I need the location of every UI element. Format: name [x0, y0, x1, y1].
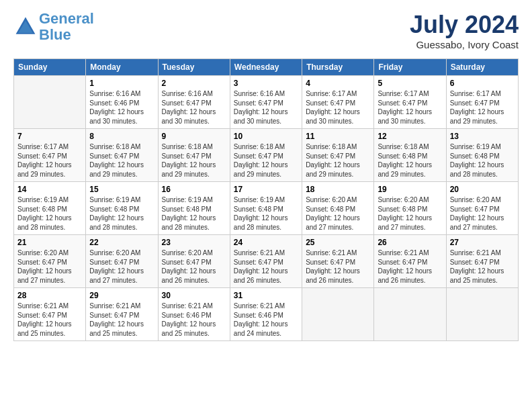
calendar-cell: 4Sunrise: 6:17 AM Sunset: 6:47 PM Daylig…	[302, 76, 374, 129]
day-info: Sunrise: 6:20 AM Sunset: 6:48 PM Dayligh…	[306, 195, 370, 232]
day-info: Sunrise: 6:21 AM Sunset: 6:47 PM Dayligh…	[17, 302, 82, 338]
calendar-cell: 23Sunrise: 6:20 AM Sunset: 6:47 PM Dayli…	[158, 235, 230, 288]
calendar-week-5: 28Sunrise: 6:21 AM Sunset: 6:47 PM Dayli…	[14, 288, 519, 341]
calendar-cell: 28Sunrise: 6:21 AM Sunset: 6:47 PM Dayli…	[14, 288, 86, 341]
day-info: Sunrise: 6:18 AM Sunset: 6:48 PM Dayligh…	[378, 142, 442, 179]
page-container: General Blue July 2024 Guessabo, Ivory C…	[0, 0, 532, 348]
calendar-cell: 15Sunrise: 6:19 AM Sunset: 6:48 PM Dayli…	[86, 182, 158, 235]
weekday-header-thursday: Thursday	[302, 59, 374, 76]
day-number: 25	[306, 238, 370, 247]
day-info: Sunrise: 6:19 AM Sunset: 6:48 PM Dayligh…	[162, 195, 226, 232]
day-number: 4	[306, 79, 370, 88]
calendar-cell: 25Sunrise: 6:21 AM Sunset: 6:47 PM Dayli…	[302, 235, 374, 288]
logo-icon	[13, 15, 38, 39]
day-number: 16	[162, 185, 226, 194]
day-number: 22	[89, 238, 154, 247]
day-info: Sunrise: 6:20 AM Sunset: 6:47 PM Dayligh…	[89, 248, 154, 285]
calendar-cell: 8Sunrise: 6:18 AM Sunset: 6:47 PM Daylig…	[86, 129, 158, 182]
day-number: 9	[162, 132, 226, 141]
day-info: Sunrise: 6:18 AM Sunset: 6:47 PM Dayligh…	[89, 142, 154, 179]
day-info: Sunrise: 6:17 AM Sunset: 6:47 PM Dayligh…	[17, 142, 82, 179]
day-number: 10	[234, 132, 298, 141]
logo-text: General Blue	[39, 11, 94, 43]
calendar-cell: 1Sunrise: 6:16 AM Sunset: 6:46 PM Daylig…	[86, 76, 158, 129]
day-number: 2	[162, 79, 226, 88]
day-number: 19	[378, 185, 442, 194]
logo-line2: Blue	[39, 26, 71, 43]
day-number: 29	[89, 291, 154, 300]
calendar-cell	[446, 288, 518, 341]
weekday-header-tuesday: Tuesday	[158, 59, 230, 76]
calendar-cell: 2Sunrise: 6:16 AM Sunset: 6:47 PM Daylig…	[158, 76, 230, 129]
day-info: Sunrise: 6:17 AM Sunset: 6:47 PM Dayligh…	[378, 89, 442, 126]
calendar-week-2: 7Sunrise: 6:17 AM Sunset: 6:47 PM Daylig…	[14, 129, 519, 182]
calendar-cell: 29Sunrise: 6:21 AM Sunset: 6:47 PM Dayli…	[86, 288, 158, 341]
calendar-cell: 6Sunrise: 6:17 AM Sunset: 6:47 PM Daylig…	[446, 76, 518, 129]
calendar-cell: 12Sunrise: 6:18 AM Sunset: 6:48 PM Dayli…	[374, 129, 446, 182]
weekday-header-sunday: Sunday	[14, 59, 86, 76]
weekday-header-monday: Monday	[86, 59, 158, 76]
day-number: 26	[378, 238, 442, 247]
day-number: 15	[89, 185, 154, 194]
day-info: Sunrise: 6:18 AM Sunset: 6:47 PM Dayligh…	[306, 142, 370, 179]
calendar-cell: 27Sunrise: 6:21 AM Sunset: 6:47 PM Dayli…	[446, 235, 518, 288]
calendar-cell: 24Sunrise: 6:21 AM Sunset: 6:47 PM Dayli…	[230, 235, 302, 288]
day-number: 8	[89, 132, 154, 141]
calendar-cell: 10Sunrise: 6:18 AM Sunset: 6:47 PM Dayli…	[230, 129, 302, 182]
day-info: Sunrise: 6:17 AM Sunset: 6:47 PM Dayligh…	[450, 89, 515, 126]
day-number: 11	[306, 132, 370, 141]
calendar-cell: 22Sunrise: 6:20 AM Sunset: 6:47 PM Dayli…	[86, 235, 158, 288]
day-info: Sunrise: 6:17 AM Sunset: 6:47 PM Dayligh…	[306, 89, 370, 126]
day-number: 14	[17, 185, 82, 194]
day-number: 3	[234, 79, 298, 88]
calendar-cell: 7Sunrise: 6:17 AM Sunset: 6:47 PM Daylig…	[14, 129, 86, 182]
title-block: July 2024 Guessabo, Ivory Coast	[410, 11, 519, 50]
day-info: Sunrise: 6:19 AM Sunset: 6:48 PM Dayligh…	[89, 195, 154, 232]
calendar-cell: 5Sunrise: 6:17 AM Sunset: 6:47 PM Daylig…	[374, 76, 446, 129]
calendar-cell: 9Sunrise: 6:18 AM Sunset: 6:47 PM Daylig…	[158, 129, 230, 182]
day-number: 12	[378, 132, 442, 141]
day-number: 5	[378, 79, 442, 88]
day-info: Sunrise: 6:21 AM Sunset: 6:47 PM Dayligh…	[450, 248, 515, 285]
day-number: 6	[450, 79, 515, 88]
calendar-cell: 19Sunrise: 6:20 AM Sunset: 6:48 PM Dayli…	[374, 182, 446, 235]
header: General Blue July 2024 Guessabo, Ivory C…	[13, 11, 519, 50]
calendar-week-3: 14Sunrise: 6:19 AM Sunset: 6:48 PM Dayli…	[14, 182, 519, 235]
day-info: Sunrise: 6:20 AM Sunset: 6:47 PM Dayligh…	[450, 195, 515, 232]
day-info: Sunrise: 6:19 AM Sunset: 6:48 PM Dayligh…	[17, 195, 82, 232]
calendar-week-1: 1Sunrise: 6:16 AM Sunset: 6:46 PM Daylig…	[14, 76, 519, 129]
calendar-cell: 3Sunrise: 6:16 AM Sunset: 6:47 PM Daylig…	[230, 76, 302, 129]
day-info: Sunrise: 6:19 AM Sunset: 6:48 PM Dayligh…	[450, 142, 515, 179]
calendar-cell: 21Sunrise: 6:20 AM Sunset: 6:47 PM Dayli…	[14, 235, 86, 288]
day-info: Sunrise: 6:21 AM Sunset: 6:47 PM Dayligh…	[234, 248, 298, 285]
calendar-cell: 13Sunrise: 6:19 AM Sunset: 6:48 PM Dayli…	[446, 129, 518, 182]
logo: General Blue	[13, 11, 94, 43]
day-number: 17	[234, 185, 298, 194]
calendar-cell: 18Sunrise: 6:20 AM Sunset: 6:48 PM Dayli…	[302, 182, 374, 235]
weekday-header-saturday: Saturday	[446, 59, 518, 76]
calendar-cell	[374, 288, 446, 341]
day-number: 30	[162, 291, 226, 300]
weekday-header-row: SundayMondayTuesdayWednesdayThursdayFrid…	[14, 59, 519, 76]
calendar-cell: 14Sunrise: 6:19 AM Sunset: 6:48 PM Dayli…	[14, 182, 86, 235]
day-info: Sunrise: 6:21 AM Sunset: 6:46 PM Dayligh…	[234, 302, 298, 338]
day-info: Sunrise: 6:20 AM Sunset: 6:47 PM Dayligh…	[17, 248, 82, 285]
weekday-header-friday: Friday	[374, 59, 446, 76]
day-number: 21	[17, 238, 82, 247]
calendar-cell: 30Sunrise: 6:21 AM Sunset: 6:46 PM Dayli…	[158, 288, 230, 341]
calendar-table: SundayMondayTuesdayWednesdayThursdayFrid…	[13, 58, 519, 341]
logo-line1: General	[39, 10, 94, 27]
day-number: 27	[450, 238, 515, 247]
day-number: 28	[17, 291, 82, 300]
day-info: Sunrise: 6:21 AM Sunset: 6:47 PM Dayligh…	[378, 248, 442, 285]
calendar-cell	[14, 76, 86, 129]
day-info: Sunrise: 6:16 AM Sunset: 6:46 PM Dayligh…	[89, 89, 154, 126]
day-info: Sunrise: 6:21 AM Sunset: 6:47 PM Dayligh…	[89, 302, 154, 338]
day-number: 24	[234, 238, 298, 247]
day-info: Sunrise: 6:21 AM Sunset: 6:47 PM Dayligh…	[306, 248, 370, 285]
day-info: Sunrise: 6:20 AM Sunset: 6:48 PM Dayligh…	[378, 195, 442, 232]
day-info: Sunrise: 6:16 AM Sunset: 6:47 PM Dayligh…	[234, 89, 298, 126]
day-info: Sunrise: 6:18 AM Sunset: 6:47 PM Dayligh…	[162, 142, 226, 179]
weekday-header-wednesday: Wednesday	[230, 59, 302, 76]
day-number: 23	[162, 238, 226, 247]
